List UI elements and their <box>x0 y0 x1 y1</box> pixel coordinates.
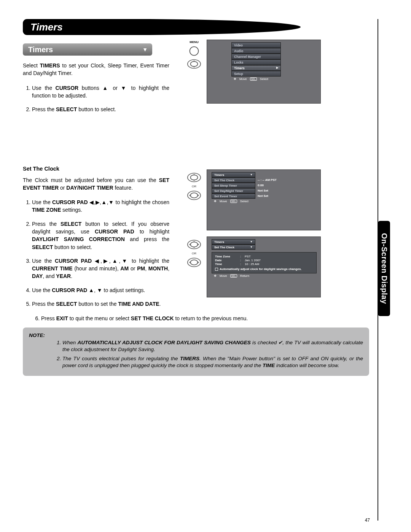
chevron-down-icon: ▼ <box>250 240 253 244</box>
svg-point-6 <box>191 193 198 198</box>
checkbox-icon <box>215 268 218 271</box>
chevron-down-icon: ▼ <box>142 46 148 53</box>
steps-list: Use the CURSOR buttons ▲ or ▼ to highlig… <box>23 84 169 113</box>
left-column: Timers ▼ Select TIMERS to set your Clock… <box>23 35 169 119</box>
tv-screen: Timers▼ Set The Clock▼ Time Zone:PST Dat… <box>207 236 321 297</box>
step-item: Press the SELECT button to select. <box>32 105 169 113</box>
osd-menu-item: Video <box>231 42 281 48</box>
cursor-pad-icon <box>187 239 201 250</box>
tv-illustration-3: OR Timers▼ Set The Clock▼ Time Zone:PST … <box>207 236 369 297</box>
osd-row-label: Set Event Timer <box>212 193 255 199</box>
sel-badge: SEL <box>230 274 237 278</box>
step-item: Use the CURSOR PAD ▲, ▼ to adjust settin… <box>32 286 169 294</box>
arrow-right-icon: ▶ <box>276 66 278 70</box>
sel-badge: SEL <box>250 77 257 81</box>
osd-title: Timers▼ <box>212 172 255 177</box>
menu-button-icon <box>187 45 201 57</box>
tv-screen: Timers▼ Set The Clock-- : -- AM PST Set … <box>207 169 321 230</box>
osd-hint: ✥Move SELSelect <box>212 199 317 204</box>
step-item: Press the SELECT button to select. If yo… <box>32 220 169 251</box>
chevron-down-icon: ▼ <box>250 173 253 177</box>
tv-illustration-1: MENU Video Audio Channel Manager Locks <box>207 40 369 104</box>
page-title-banner: Timers <box>23 19 301 35</box>
or-label: OR <box>192 252 196 255</box>
step-item: Use the CURSOR PAD ◀,▶,▲,▼ to highlight … <box>32 257 169 280</box>
osd-row-value: Not Set <box>255 193 317 199</box>
move-arrows-icon: ✥ <box>214 274 217 278</box>
manual-page: On-Screen Display Timers Timers ▼ Select… <box>0 0 411 532</box>
osd-menu-item: Audio <box>231 48 281 54</box>
osd-row-label: Set Day/Night Timer <box>212 188 255 193</box>
note-box: NOTE: When AUTOMATICALLY ADJUST CLOCK FO… <box>23 328 369 376</box>
menu-button-label: MENU <box>190 40 199 44</box>
clock-steps: Use the CURSOR PAD ◀,▶,▲,▼ to highlight … <box>23 198 169 308</box>
step-item: Use the CURSOR buttons ▲ or ▼ to highlig… <box>32 84 169 100</box>
page-title: Timers <box>30 21 63 33</box>
subsection-heading: Set The Clock <box>23 165 169 173</box>
note-item: The TV counts electrical pulses for regu… <box>62 355 363 369</box>
intro-paragraph: Select TIMERS to set your Clock, Sleep T… <box>23 62 169 77</box>
osd-row-label: Set Sleep Timer <box>212 183 255 188</box>
svg-point-8 <box>191 242 198 247</box>
cursor-pad-icon <box>187 172 201 183</box>
tv-screen: Video Audio Channel Manager Locks Timers… <box>207 40 321 104</box>
move-arrows-icon: ✥ <box>214 200 217 203</box>
cursor-pad-icon <box>187 58 201 70</box>
osd-menu-item-selected: Timers▶ <box>231 65 281 71</box>
osd-row-value: -- : -- AM PST <box>255 177 317 183</box>
step-item: Use the CURSOR PAD ◀,▶,▲,▼ to highlight … <box>32 198 169 214</box>
remote-icons: OR <box>184 239 204 268</box>
svg-point-10 <box>191 260 198 265</box>
note-label: NOTE: <box>29 332 45 338</box>
section-heading-label: Timers <box>28 44 53 55</box>
cursor-pad-icon <box>187 257 201 268</box>
remote-icons: OR <box>184 172 204 201</box>
step-item: Press EXIT to quit the menu or select SE… <box>41 315 369 321</box>
osd-subtitle: Set The Clock▼ <box>212 244 255 250</box>
svg-point-4 <box>191 175 198 180</box>
osd-menu-item: Setup <box>231 71 281 77</box>
step-6-full: Press EXIT to quit the menu or select SE… <box>23 315 369 321</box>
osd-hint: ✥Move SELReturn <box>212 273 317 278</box>
page-number: 47 <box>365 518 370 523</box>
svg-point-0 <box>190 47 199 56</box>
section-tab-label: On-Screen Display <box>380 233 389 304</box>
osd-row-value: Not Set <box>255 188 317 193</box>
sel-badge: SEL <box>230 200 237 203</box>
note-list: When AUTOMATICALLY ADJUST CLOCK FOR DAYL… <box>29 339 363 369</box>
osd-title: Timers▼ <box>212 239 255 244</box>
section-tab: On-Screen Display <box>378 221 390 316</box>
osd-menu-item: Locks <box>231 59 281 65</box>
remote-icons: MENU <box>184 40 204 70</box>
or-label: OR <box>192 185 196 188</box>
svg-point-2 <box>191 61 198 66</box>
move-arrows-icon: ✥ <box>234 77 236 81</box>
osd-row-label: Set The Clock <box>212 177 255 183</box>
osd-menu-item: Channel Manager <box>231 54 281 59</box>
osd-row-value: 0:00 <box>255 183 317 188</box>
right-column-2: OR Timers▼ Set The Clock-- : -- AM PST S… <box>180 165 369 297</box>
chevron-down-icon: ▼ <box>250 246 253 249</box>
cursor-pad-icon <box>187 190 201 201</box>
note-item: When AUTOMATICALLY ADJUST CLOCK FOR DAYL… <box>62 339 363 353</box>
section-heading: Timers ▼ <box>23 43 152 56</box>
step-item: Press the SELECT button to set the TIME … <box>32 300 169 308</box>
osd-hint: ✥Move SELSelect <box>231 77 281 81</box>
left-column-2: Set The Clock The Clock must be adjusted… <box>23 165 169 314</box>
tv-illustration-2: OR Timers▼ Set The Clock-- : -- AM PST S… <box>207 169 369 230</box>
right-column: MENU Video Audio Channel Manager Locks <box>180 35 369 104</box>
clock-intro: The Clock must be adjusted before you ca… <box>23 176 169 192</box>
osd-info-panel: Time Zone:PST Date:Jan. 1 2007 Time:10 :… <box>212 252 317 273</box>
